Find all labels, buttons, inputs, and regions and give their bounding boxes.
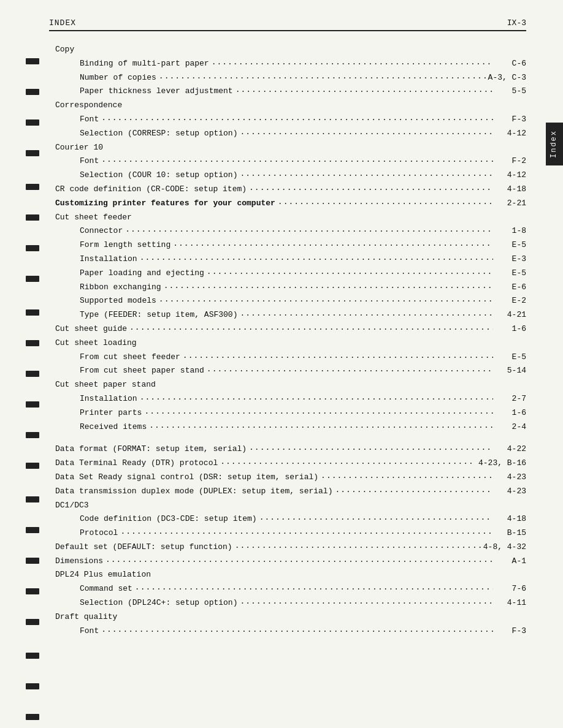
- list-item: Copy: [55, 44, 526, 56]
- entry-page: 1-8: [496, 225, 526, 238]
- list-item: Ribbon exchangingE-6: [55, 281, 526, 294]
- entry-label: CR code definition (CR-CODE: setup item): [55, 183, 247, 196]
- entry-label: Default set (DEFAULT: setup function): [55, 541, 232, 554]
- entry-page: 5-14: [496, 365, 526, 377]
- list-item: Cut sheet feeder: [55, 211, 526, 224]
- entry-page: 4-22: [496, 443, 526, 456]
- page-mark: [26, 619, 39, 625]
- entry-dots: [240, 168, 493, 181]
- page-mark: [26, 119, 39, 126]
- entry-label: Courier 10: [55, 142, 103, 154]
- entry-page: 4-11: [496, 597, 526, 610]
- entry-page: E-2: [496, 295, 526, 308]
- list-item: Draft quality: [55, 611, 526, 624]
- entry-dots: [207, 266, 493, 279]
- entry-dots: [249, 182, 493, 195]
- entry-page: F-3: [496, 625, 526, 638]
- entry-page: 4-23: [496, 471, 526, 484]
- entry-label: DPL24 Plus emulation: [55, 569, 151, 582]
- list-item: Default set (DEFAULT: setup function)4-8…: [55, 541, 526, 554]
- entry-dots: [140, 392, 493, 404]
- index-content: CopyBinding of multi-part paperC-6Number…: [49, 44, 526, 637]
- entry-label: Ribbon exchanging: [80, 281, 161, 294]
- entry-page: C-6: [496, 58, 526, 70]
- entry-dots: [220, 456, 476, 469]
- entry-label: Draft quality: [55, 611, 117, 624]
- entry-label: Data transmission duplex mode (DUPLEX: s…: [55, 485, 332, 498]
- entry-page: 7-6: [496, 583, 526, 596]
- entry-dots: [249, 442, 493, 455]
- entry-label: Received items: [80, 421, 147, 434]
- list-item: Form length settingE-5: [55, 239, 526, 252]
- entry-page: 4-23: [496, 485, 526, 498]
- entry-label: Form length setting: [80, 239, 170, 252]
- list-item: Cut sheet guide1-6: [55, 323, 526, 336]
- list-item: Number of copiesA-3, C-3: [55, 72, 526, 85]
- entry-page: 2-21: [496, 197, 526, 210]
- entry-page: 4-23, B-16: [478, 457, 526, 470]
- entry-label: Cut sheet paper stand: [55, 379, 156, 392]
- entry-dots: [212, 56, 493, 69]
- entry-page: 4-21: [496, 309, 526, 322]
- entry-page: E-3: [496, 253, 526, 266]
- entry-dots: [101, 154, 493, 167]
- page-mark: [26, 432, 39, 438]
- list-item: Data format (FORMAT: setup item, serial)…: [55, 443, 526, 456]
- page-mark: [26, 214, 39, 221]
- page-mark: [26, 714, 39, 720]
- entry-label: Data Set Ready signal control (DSR: setu…: [55, 471, 318, 484]
- entry-dots: [140, 252, 493, 265]
- list-item: FontF-2: [55, 155, 526, 168]
- entry-dots: [240, 308, 493, 320]
- list-item: DimensionsA-1: [55, 555, 526, 568]
- entry-dots: [159, 294, 493, 306]
- entry-dots: [235, 540, 481, 553]
- list-item: Supported modelsE-2: [55, 295, 526, 308]
- page-mark: [26, 371, 39, 377]
- entry-label: Data Terminal Ready (DTR) protocol: [55, 457, 218, 470]
- list-item: Printer parts1-6: [55, 407, 526, 420]
- entry-label: From cut sheet paper stand: [80, 365, 204, 377]
- page-mark: [26, 150, 39, 156]
- entry-page: E-5: [496, 239, 526, 252]
- list-item: Courier 10: [55, 142, 526, 154]
- entry-dots: [259, 512, 493, 525]
- entry-dots: [129, 322, 493, 335]
- page-mark: [26, 683, 39, 689]
- entry-page: E-5: [496, 351, 526, 364]
- page-mark: [26, 58, 39, 64]
- list-item: Type (FEEDER: setup item, ASF300)4-21: [55, 309, 526, 322]
- list-item: FontF-3: [55, 113, 526, 126]
- page-mark: [26, 401, 39, 408]
- page-mark: [26, 184, 39, 190]
- entry-label: Paper thickness lever adjustment: [80, 85, 233, 98]
- entry-label: Printer parts: [80, 407, 142, 420]
- entry-label: Code definition (DC3-CDE: setup item): [80, 513, 257, 526]
- list-item: Connector1-8: [55, 225, 526, 238]
- list-item: ProtocolB-15: [55, 527, 526, 540]
- entry-label: Installation: [80, 253, 137, 266]
- entry-dots: [120, 526, 493, 539]
- entry-label: Selection (CORRESP: setup option): [80, 127, 237, 140]
- list-item: Selection (DPL24C+: setup option)4-11: [55, 597, 526, 610]
- list-item: Selection (CORRESP: setup option)4-12: [55, 127, 526, 140]
- entry-dots: [101, 112, 493, 125]
- entry-label: Number of copies: [80, 72, 156, 85]
- entry-dots: [144, 406, 493, 419]
- entry-label: Supported models: [80, 295, 156, 308]
- entry-page: 4-18: [496, 513, 526, 526]
- page-mark: [26, 276, 39, 282]
- list-item: CR code definition (CR-CODE: setup item)…: [55, 183, 526, 196]
- header-title: INDEX: [49, 18, 76, 28]
- index-tab: Index: [546, 123, 563, 165]
- entry-label: Protocol: [80, 527, 118, 540]
- entry-dots: [149, 420, 493, 433]
- entry-label: Cut sheet guide: [55, 323, 127, 336]
- entry-label: Copy: [55, 44, 74, 56]
- entry-label: Font: [80, 625, 99, 638]
- list-item: DPL24 Plus emulation: [55, 569, 526, 582]
- entry-dots: [164, 280, 493, 293]
- list-item: Received items2-4: [55, 421, 526, 434]
- list-item: Binding of multi-part paperC-6: [55, 58, 526, 70]
- entry-dots: [278, 196, 493, 209]
